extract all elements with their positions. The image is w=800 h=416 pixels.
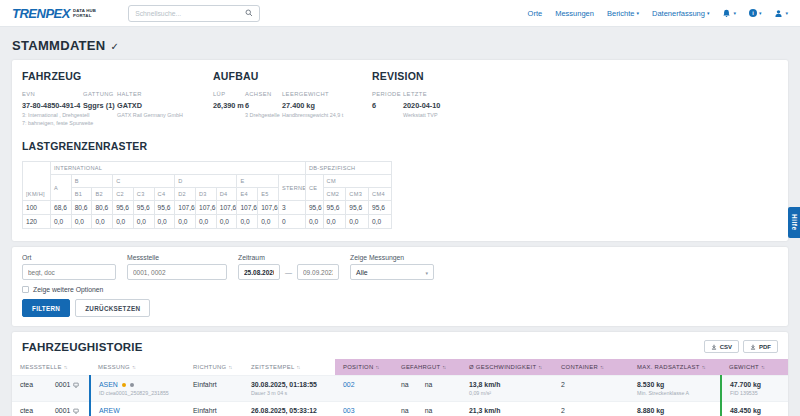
col-gefahrgut[interactable]: GEFAHRGUT <box>393 359 461 376</box>
field-evn: EVN 37-80-4850-491-4 3: International , … <box>22 91 83 126</box>
filter-card: Ort Messstelle Zeitraum — Zeige Messunge… <box>12 247 788 326</box>
col-messung[interactable]: MESSUNG <box>90 359 185 376</box>
filter-zeitraum: Zeitraum — <box>238 254 339 280</box>
col-cm2: CM2 <box>323 188 346 201</box>
messstelle-cell: ctea 0001 <box>12 402 90 416</box>
field-gattung: GATTUNG Sggrs (1) <box>83 91 117 126</box>
col-messstelle[interactable]: MESSSTELLE <box>12 359 90 376</box>
nav-orte[interactable]: Orte <box>528 9 543 18</box>
col-zeitstempel[interactable]: ZEITSTEMPEL <box>243 359 335 376</box>
col-cm4: CM4 <box>369 188 392 201</box>
evn-value: 37-80-4850-491-4 <box>22 101 77 110</box>
zeitstempel-cell: 30.08.2025, 01:18:55 Dauer 3 m 04 s <box>243 376 335 402</box>
col-geschwindigkeit[interactable]: Ø GESCHWINDIGKEIT <box>461 359 553 376</box>
info-menu[interactable]: i <box>749 9 762 17</box>
col-b1: B1 <box>71 188 92 201</box>
download-icon <box>750 344 756 350</box>
col-d4: D4 <box>216 188 237 201</box>
search-input[interactable] <box>135 10 245 17</box>
luep-value: 26,390 m <box>213 101 239 110</box>
filter-zeige-messungen: Zeige Messungen Alle <box>350 254 434 280</box>
periode-value: 6 <box>372 101 397 110</box>
topbar: TRENPEX DATA HUB PORTAL Orte Messungen B… <box>0 0 800 27</box>
brand-name: TRENPEX <box>12 6 70 21</box>
section-aufbau: AUFBAU LÜP 26,390 m ACHSEN 6 3 Drehgeste… <box>213 70 372 126</box>
device-icon <box>73 408 79 414</box>
col-container[interactable]: CONTAINER <box>553 359 629 376</box>
kmh-label: [KM/H] <box>23 162 51 201</box>
group-international: INTERNATIONAL <box>50 162 305 175</box>
more-options-checkbox[interactable] <box>22 286 29 293</box>
col-e5: E5 <box>258 188 279 201</box>
field-luep: LÜP 26,390 m <box>213 91 245 118</box>
col-richtung[interactable]: RICHTUNG <box>185 359 243 376</box>
field-letzte: LETZTE 2020-04-10 Werkstatt TVP <box>403 91 493 118</box>
export-csv-button[interactable]: CSV <box>704 340 739 353</box>
col-c2: C2 <box>113 188 134 201</box>
search-icon[interactable] <box>245 9 253 17</box>
brand-subtitle: DATA HUB PORTAL <box>73 8 96 18</box>
date-from-input[interactable] <box>238 264 280 280</box>
field-achsen: ACHSEN 6 3 Drehgestelle <box>245 91 282 118</box>
nav-datenerfassung[interactable]: Datenerfassung <box>652 9 709 18</box>
export-pdf-button[interactable]: PDF <box>743 340 778 353</box>
col-position[interactable]: POSITION <box>335 359 393 376</box>
richtung-cell: Einfahrt <box>185 376 243 402</box>
section-fahrzeug: FAHRZEUG EVN 37-80-4850-491-4 3: Interna… <box>22 70 213 126</box>
col-b: B <box>71 175 112 188</box>
ort-input[interactable] <box>22 264 116 280</box>
halter-value: GATXD <box>117 101 207 110</box>
container-cell: 2 <box>553 376 629 402</box>
lastgrenzenraster-table: [KM/H] INTERNATIONAL DB-SPEZIFISCH A B C… <box>22 161 392 229</box>
quick-search[interactable] <box>128 5 260 22</box>
col-c: C <box>113 175 175 188</box>
col-d2: D2 <box>175 188 196 201</box>
richtung-cell: Einfahrt <box>185 402 243 416</box>
zeitstempel-cell: 26.08.2025, 05:33:12 Dauer 2 m 40 s <box>243 402 335 416</box>
lastgrenzenraster-section: LASTGRENZENRASTER [KM/H] INTERNATIONAL D… <box>22 140 778 229</box>
device-icon <box>73 382 79 388</box>
col-e4: E4 <box>237 188 258 201</box>
gattung-value: Sggrs (1) <box>83 101 111 110</box>
top-navigation: Orte Messungen Berichte Datenerfassung i <box>528 9 788 18</box>
radsatzlast-cell: 8.880 kg Min. Streckenklasse A <box>629 402 721 416</box>
col-radsatzlast[interactable]: MAX. RADSATZLAST <box>629 359 721 376</box>
status-dot-orange-icon <box>122 383 126 387</box>
brand-logo[interactable]: TRENPEX DATA HUB PORTAL <box>12 6 96 21</box>
page-content: STAMMDATEN FAHRZEUG EVN 37-80-4850-491-4… <box>0 27 800 416</box>
user-menu[interactable] <box>774 9 788 18</box>
messung-link[interactable]: AREW <box>99 407 120 414</box>
col-gewicht[interactable]: GEWICHT <box>721 359 788 376</box>
position-link[interactable]: 003 <box>343 407 355 414</box>
help-tab[interactable]: Hilfe <box>788 207 800 238</box>
messung-link[interactable]: ASEN <box>99 381 118 388</box>
gefahrgut-cell: na na <box>393 376 461 402</box>
nav-berichte[interactable]: Berichte <box>607 9 639 18</box>
date-to-input[interactable] <box>297 264 339 280</box>
field-periode: PERIODE 6 <box>372 91 403 118</box>
notifications-menu[interactable] <box>722 9 736 18</box>
zuruecksetzen-button[interactable]: ZURÜCKSETZEN <box>75 299 150 317</box>
filter-ort: Ort <box>22 254 116 280</box>
bell-icon <box>722 9 731 18</box>
chevron-down-icon <box>425 269 428 276</box>
col-b2: B2 <box>92 188 113 201</box>
col-cm3: CM3 <box>346 188 369 201</box>
group-db-spezifisch: DB-SPEZIFISCH <box>305 162 391 175</box>
leergewicht-value: 27.400 kg <box>282 101 366 110</box>
messstelle-input[interactable] <box>127 264 227 280</box>
messung-cell: ASEN ID ctea0001_250829_231855 <box>90 376 185 402</box>
messung-cell: AREW ID ctea0001_250826_053312 <box>90 402 185 416</box>
col-d3: D3 <box>196 188 217 201</box>
field-halter: HALTER GATXD GATX Rail Germany GmbH <box>117 91 213 126</box>
col-e: E <box>237 175 278 188</box>
more-options-label: Zeige weitere Optionen <box>33 286 103 293</box>
historie-row: ctea 0001 AREW ID ctea0001_250826_053312 <box>12 402 788 416</box>
zeige-messungen-select[interactable]: Alle <box>350 264 434 280</box>
radsatzlast-cell: 8.530 kg Min. Streckenklasse A <box>629 376 721 402</box>
position-link[interactable]: 002 <box>343 381 355 388</box>
nav-messungen[interactable]: Messungen <box>555 9 594 18</box>
date-range-dash: — <box>285 269 292 276</box>
filtern-button[interactable]: FILTERN <box>22 299 70 317</box>
fahrzeughistorie-card: FAHRZEUGHISTORIE CSV PDF <box>12 332 788 416</box>
